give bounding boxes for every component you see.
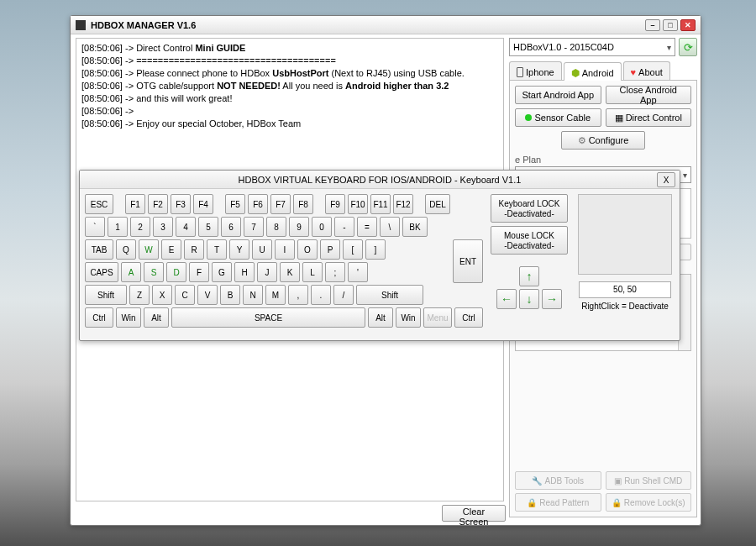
phone-icon xyxy=(517,67,523,77)
key-z[interactable]: Z xyxy=(129,285,150,305)
key-space[interactable]: SPACE xyxy=(171,307,365,328)
key-g[interactable]: G xyxy=(212,262,232,282)
key-shift[interactable]: Shift xyxy=(85,285,127,305)
key-;[interactable]: ; xyxy=(325,262,345,282)
key-e[interactable]: E xyxy=(161,239,181,260)
key-h[interactable]: H xyxy=(234,262,255,282)
key-x[interactable]: X xyxy=(152,285,172,305)
tab-android[interactable]: ⬢ Android xyxy=(564,62,622,81)
key-q[interactable]: Q xyxy=(116,239,136,260)
key-bk[interactable]: BK xyxy=(402,217,428,237)
key-2[interactable]: 2 xyxy=(130,217,150,237)
key-d[interactable]: D xyxy=(166,262,186,282)
key-f[interactable]: F xyxy=(189,262,209,282)
titlebar[interactable]: HDBOX MANAGER V1.6 – □ ✕ xyxy=(71,16,701,34)
key-f9[interactable]: F9 xyxy=(325,194,345,214)
key-win[interactable]: Win xyxy=(396,307,421,328)
key-3[interactable]: 3 xyxy=(153,217,173,237)
clear-screen-button[interactable]: Clear Screen xyxy=(442,505,506,522)
key-j[interactable]: J xyxy=(257,262,277,282)
key-w[interactable]: W xyxy=(139,239,159,260)
key-f4[interactable]: F4 xyxy=(193,194,213,214)
arrow-down-key[interactable]: ↓ xyxy=(519,289,539,309)
key-'[interactable]: ' xyxy=(348,262,368,282)
key-tab[interactable]: TAB xyxy=(85,239,113,260)
key-ctrl[interactable]: Ctrl xyxy=(454,307,483,328)
tab-iphone[interactable]: Iphone xyxy=(509,61,562,80)
key-f3[interactable]: F3 xyxy=(171,194,191,214)
key-caps[interactable]: CAPS xyxy=(85,262,118,282)
device-combo[interactable]: HDBoxV1.0 - 2015C04D xyxy=(509,38,675,56)
key-\[interactable]: \ xyxy=(380,217,400,237)
key-f10[interactable]: F10 xyxy=(348,194,368,214)
key-menu[interactable]: Menu xyxy=(423,307,452,328)
key-k[interactable]: K xyxy=(280,262,300,282)
key-v[interactable]: V xyxy=(197,285,218,305)
key-f6[interactable]: F6 xyxy=(248,194,268,214)
arrow-right-key[interactable]: → xyxy=(542,289,562,309)
key-.[interactable]: . xyxy=(311,285,331,305)
key-0[interactable]: 0 xyxy=(312,217,332,237)
key-1[interactable]: 1 xyxy=(108,217,128,237)
key-o[interactable]: O xyxy=(297,239,318,260)
key-m[interactable]: M xyxy=(265,285,286,305)
key-f11[interactable]: F11 xyxy=(370,194,391,214)
key-f5[interactable]: F5 xyxy=(225,194,245,214)
key-c[interactable]: C xyxy=(175,285,195,305)
key-ctrl[interactable]: Ctrl xyxy=(85,307,113,328)
key-[[interactable]: [ xyxy=(343,239,363,260)
key-del[interactable]: DEL xyxy=(425,194,450,214)
key-5[interactable]: 5 xyxy=(198,217,218,237)
key--[interactable]: - xyxy=(334,217,354,237)
key-4[interactable]: 4 xyxy=(176,217,196,237)
vkb-close-button[interactable]: X xyxy=(657,172,675,187)
vkb-titlebar[interactable]: HDBOX VIRTUAL KEYBOARD FOR IOS/ANDROID -… xyxy=(80,171,680,189)
key-8[interactable]: 8 xyxy=(266,217,286,237)
configure-button[interactable]: ⚙ Configure xyxy=(561,131,645,150)
key-][interactable]: ] xyxy=(365,239,386,260)
key-9[interactable]: 9 xyxy=(289,217,309,237)
key-l[interactable]: L xyxy=(302,262,323,282)
key-ent[interactable]: ENT xyxy=(453,239,483,283)
key-b[interactable]: B xyxy=(220,285,240,305)
key-`[interactable]: ` xyxy=(85,217,105,237)
keyboard-lock-button[interactable]: Keyboard LOCK -Deactivated- xyxy=(491,194,568,223)
virtual-keyboard-window[interactable]: HDBOX VIRTUAL KEYBOARD FOR IOS/ANDROID -… xyxy=(79,170,680,341)
key-t[interactable]: T xyxy=(207,239,227,260)
arrow-up-key[interactable]: ↑ xyxy=(519,266,539,286)
key-esc[interactable]: ESC xyxy=(85,194,113,214)
key-f1[interactable]: F1 xyxy=(125,194,145,214)
key-=[interactable]: = xyxy=(357,217,377,237)
tab-about[interactable]: ♥ About xyxy=(623,61,670,80)
arrow-left-key[interactable]: ← xyxy=(496,289,517,309)
key-s[interactable]: S xyxy=(144,262,164,282)
key-alt[interactable]: Alt xyxy=(144,307,169,328)
key-shift[interactable]: Shift xyxy=(356,285,423,305)
key-i[interactable]: I xyxy=(275,239,295,260)
key-y[interactable]: Y xyxy=(229,239,249,260)
close-android-button[interactable]: Close Android App xyxy=(606,86,692,104)
key-7[interactable]: 7 xyxy=(244,217,264,237)
key-f8[interactable]: F8 xyxy=(293,194,313,214)
key-6[interactable]: 6 xyxy=(221,217,241,237)
refresh-button[interactable]: ⟳ xyxy=(679,38,697,56)
key-f2[interactable]: F2 xyxy=(148,194,168,214)
key-,[interactable]: , xyxy=(288,285,308,305)
key-a[interactable]: A xyxy=(121,262,141,282)
sensor-cable-button[interactable]: Sensor Cable xyxy=(515,108,601,127)
close-button[interactable]: ✕ xyxy=(680,19,696,31)
direct-control-button[interactable]: ▦ Direct Control xyxy=(606,108,692,127)
key-f12[interactable]: F12 xyxy=(393,194,413,214)
minimize-button[interactable]: – xyxy=(645,19,660,31)
mouse-lock-button[interactable]: Mouse LOCK -Deactivated- xyxy=(491,226,568,255)
key-p[interactable]: P xyxy=(320,239,340,260)
key-n[interactable]: N xyxy=(243,285,263,305)
key-win[interactable]: Win xyxy=(116,307,141,328)
key-f7[interactable]: F7 xyxy=(270,194,291,214)
start-android-button[interactable]: Start Android App xyxy=(515,86,601,104)
key-/[interactable]: / xyxy=(333,285,354,305)
key-alt[interactable]: Alt xyxy=(368,307,393,328)
key-r[interactable]: R xyxy=(184,239,204,260)
key-u[interactable]: U xyxy=(252,239,272,260)
maximize-button[interactable]: □ xyxy=(663,19,678,31)
